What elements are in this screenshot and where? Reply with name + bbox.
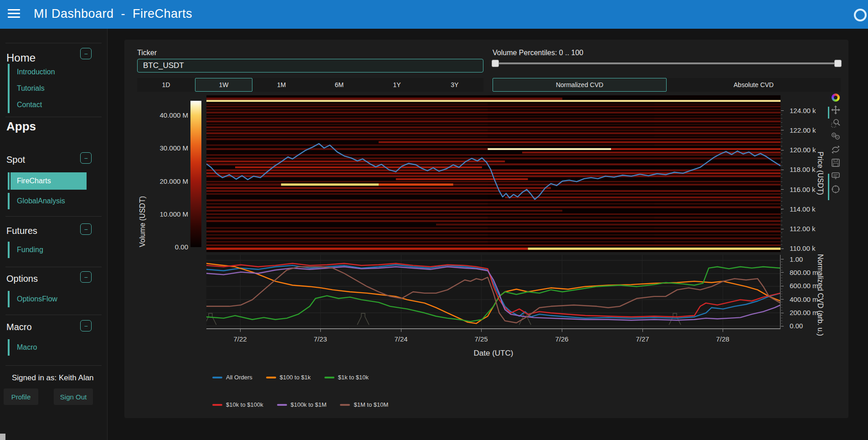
sidebar-section-futures: Futures [6,226,37,236]
zoom-in-out-icon[interactable] [831,131,841,141]
scrollbar-thumb[interactable] [0,434,5,440]
plotly-modebar [831,93,841,194]
legend-swatch [340,404,350,406]
sidebar-item-funding[interactable]: Funding [8,242,87,258]
legend-swatch [212,377,222,378]
accent-bar [8,193,10,209]
signed-in-status: Signed in as: Keith Alan [12,373,94,383]
cvd-axis-major-ticks [781,259,784,326]
time-range-group: 1D 1W 1M 6M 1Y 3Y [137,78,483,92]
sidebar-section-options: Options [6,274,38,284]
sidebar-item-optionsflow[interactable]: OptionsFlow [8,291,87,307]
collapse-macro-button[interactable]: − [80,320,92,331]
accent-bar [8,291,10,307]
autoscale-icon[interactable] [831,145,841,155]
cvd-axis-title: Normalized CVD (arb. u.) [816,254,824,336]
legend-item-100k-1m[interactable]: $100k to $1M [277,401,327,408]
sidebar-item-globalanalysis[interactable]: GlobalAnalysis [8,193,87,209]
x-tick [562,329,562,332]
sidebar-section-home: Home [6,52,36,64]
range-1y-button[interactable]: 1Y [368,78,426,92]
x-tick-label: 7/24 [394,335,407,343]
cvd-chart-canvas[interactable] [206,255,781,329]
x-tick [481,329,482,332]
accent-bar [8,80,10,97]
divider [5,117,102,117]
x-tick [401,329,401,332]
loading-circle-icon[interactable] [854,9,867,21]
x-tick [723,329,723,332]
sidebar-section-spot: Spot [6,155,25,165]
sidebar-item-macro[interactable]: Macro [8,339,87,356]
legend-item-100-1k[interactable]: $100 to $1k [266,374,311,381]
box-zoom-icon[interactable] [831,118,841,128]
price-heatmap-canvas[interactable] [206,95,781,252]
sidebar: Home − Introduction Tutorials Contact Ap… [0,29,108,440]
accent-bar [8,64,10,80]
volume-colorbar [190,101,201,247]
modebar-accent [828,174,829,200]
x-tick [320,329,321,332]
accent-bar [8,172,10,190]
divider [5,216,102,217]
accent-bar [8,339,10,356]
accent-bar [8,97,10,113]
range-1w-button[interactable]: 1W [195,78,253,92]
range-6m-button[interactable]: 6M [310,78,368,92]
divider [5,365,102,366]
legend-item-all-orders[interactable]: All Orders [212,374,252,381]
app-title: MI Dashboard - FireCharts [34,7,192,21]
collapse-spot-button[interactable]: − [80,152,92,164]
cvd-axis-ticks: 1.00 800.00 m 600.00 m 400.00 m 200.00 m… [790,255,831,330]
legend-item-1m-10m[interactable]: $1M to $10M [340,401,388,408]
range-1m-button[interactable]: 1M [252,78,310,92]
absolute-cvd-button[interactable]: Absolute CVD [667,78,841,92]
divider [5,315,102,315]
ticker-input[interactable] [137,59,483,72]
range-1d-button[interactable]: 1D [137,78,195,92]
volume-percentile-slider[interactable] [493,62,841,64]
legend-row-1: All Orders $100 to $1k $1k to $10k [212,374,369,381]
x-tick [642,329,643,332]
legend-item-1k-10k[interactable]: $1k to $10k [324,374,369,381]
range-3y-button[interactable]: 3Y [426,78,483,92]
hover-closest-icon[interactable] [831,171,841,181]
collapse-options-button[interactable]: − [80,271,92,283]
plotly-logo-icon[interactable] [832,93,840,102]
legend-swatch [266,377,276,378]
legend-swatch [324,377,334,378]
collapse-futures-button[interactable]: − [80,223,92,235]
price-axis-title: Price (USDT) [816,151,824,195]
spikelines-icon[interactable] [831,184,841,194]
slider-handle-low[interactable] [492,60,499,67]
sidebar-item-introduction[interactable]: Introduction [8,64,87,80]
x-tick-label: 7/25 [474,335,488,343]
x-tick-label: 7/22 [233,335,247,343]
divider [5,267,102,267]
legend-swatch [277,404,287,406]
sidebar-item-tutorials[interactable]: Tutorials [8,80,87,97]
profile-button[interactable]: Profile [4,388,38,405]
save-icon[interactable] [831,158,841,168]
hamburger-menu-icon[interactable] [8,9,20,19]
normalized-cvd-button[interactable]: Normalized CVD [493,78,667,92]
modebar-accent [828,107,829,119]
x-tick-label: 7/27 [636,335,649,343]
legend-row-2: $10k to $100k $100k to $1M $1M to $10M [212,401,388,408]
divider [5,43,102,43]
sidebar-item-contact[interactable]: Contact [8,97,87,113]
x-axis-title: Date (UTC) [474,349,514,358]
sign-out-button[interactable]: Sign Out [54,388,93,405]
slider-handle-high[interactable] [834,60,842,67]
x-tick [240,329,241,332]
cvd-mode-group: Normalized CVD Absolute CVD [493,78,841,92]
pan-icon[interactable] [831,105,841,115]
collapse-home-button[interactable]: − [80,48,92,59]
legend-item-10k-100k[interactable]: $10k to $100k [212,401,263,408]
ticker-label: Ticker [137,49,157,57]
main-panel: Ticker Volume Percentiles: 0 .. 100 1D 1… [124,40,848,418]
price-axis-major-ticks [781,110,784,249]
sidebar-item-firecharts[interactable]: FireCharts [8,172,87,190]
app-header: MI Dashboard - FireCharts [0,0,868,29]
sidebar-section-macro: Macro [6,322,32,332]
